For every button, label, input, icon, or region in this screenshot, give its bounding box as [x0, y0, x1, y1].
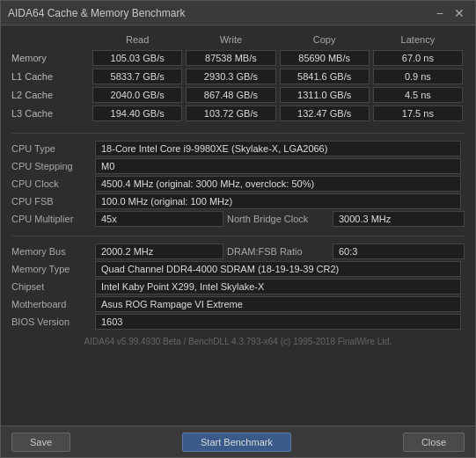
l3-write: 103.72 GB/s [186, 105, 275, 121]
save-button[interactable]: Save [11, 433, 70, 452]
l3-latency: 17.5 ns [373, 105, 463, 121]
l1-copy: 5841.6 GB/s [280, 69, 370, 84]
window-controls: − ✕ [433, 7, 468, 19]
info-row-cpu-mult: CPU Multiplier 45x North Bridge Clock 30… [11, 211, 465, 227]
info-section: CPU Type 18-Core Intel Core i9-9980XE (S… [1, 139, 475, 230]
memory-copy: 85690 MB/s [280, 50, 370, 66]
cpu-type-value: 18-Core Intel Core i9-9980XE (Skylake-X,… [95, 141, 461, 156]
close-button[interactable]: ✕ [450, 7, 468, 19]
main-window: AIDA64 Cache & Memory Benchmark − ✕ Read… [0, 0, 476, 458]
motherboard-value: Asus ROG Rampage VI Extreme [95, 296, 461, 312]
row-label-memory: Memory [11, 53, 91, 63]
memory-type-label: Memory Type [11, 264, 95, 274]
content-area: Read Write Copy Latency Memory 105.03 GB… [1, 25, 475, 425]
table-row: L3 Cache 194.40 GB/s 103.72 GB/s 132.47 … [11, 105, 465, 121]
cpu-clock-value: 4500.4 MHz (original: 3000 MHz, overcloc… [95, 176, 461, 192]
chipset-value: Intel Kaby Point X299, Intel Skylake-X [95, 279, 461, 294]
info-row-cpu-stepping: CPU Stepping M0 [11, 158, 465, 174]
bios-value: 1603 [95, 314, 461, 330]
action-bar: Save Start Benchmark Close [1, 425, 475, 457]
header-empty [11, 33, 91, 47]
header-read: Read [91, 33, 184, 47]
info-section-2: Memory Bus 2000.2 MHz DRAM:FSB Ratio 60:… [1, 242, 475, 333]
divider-2 [11, 236, 465, 236]
divider-1 [11, 133, 465, 134]
close-action-button[interactable]: Close [403, 433, 465, 452]
minimize-button[interactable]: − [433, 7, 447, 19]
info-row-bios: BIOS Version 1603 [11, 314, 465, 330]
l2-read: 2040.0 GB/s [92, 87, 182, 103]
dram-fsb-label: DRAM:FSB Ratio [227, 246, 333, 257]
info-row-cpu-type: CPU Type 18-Core Intel Core i9-9980XE (S… [11, 141, 465, 156]
chipset-label: Chipset [11, 281, 95, 292]
cpu-fsb-value: 100.0 MHz (original: 100 MHz) [95, 193, 461, 209]
memory-type-value: Quad Channel DDR4-4000 SDRAM (18-19-19-3… [95, 261, 461, 277]
table-row: L2 Cache 2040.0 GB/s 867.48 GB/s 1311.0 … [11, 87, 465, 103]
window-title: AIDA64 Cache & Memory Benchmark [8, 7, 185, 19]
info-row-memory-type: Memory Type Quad Channel DDR4-4000 SDRAM… [11, 261, 465, 277]
cpu-clock-label: CPU Clock [11, 178, 95, 189]
l3-read: 194.40 GB/s [92, 105, 182, 121]
north-bridge-label: North Bridge Clock [227, 214, 333, 224]
header-write: Write [184, 33, 277, 47]
table-row: L1 Cache 5833.7 GB/s 2930.3 GB/s 5841.6 … [11, 69, 465, 84]
l1-latency: 0.9 ns [373, 69, 463, 84]
row-label-l2: L2 Cache [11, 90, 91, 100]
memory-read: 105.03 GB/s [92, 50, 182, 66]
row-label-l1: L1 Cache [11, 71, 91, 82]
table-row: Memory 105.03 GB/s 87538 MB/s 85690 MB/s… [11, 50, 465, 66]
cpu-multiplier-value: 45x [95, 211, 223, 227]
info-row-cpu-fsb: CPU FSB 100.0 MHz (original: 100 MHz) [11, 193, 465, 209]
info-row-memory-bus: Memory Bus 2000.2 MHz DRAM:FSB Ratio 60:… [11, 244, 465, 259]
dram-fsb-value: 60:3 [333, 244, 465, 259]
info-row-motherboard: Motherboard Asus ROG Rampage VI Extreme [11, 296, 465, 312]
start-benchmark-button[interactable]: Start Benchmark [182, 433, 291, 452]
l1-read: 5833.7 GB/s [92, 69, 182, 84]
cpu-fsb-label: CPU FSB [11, 196, 95, 207]
north-bridge-value: 3000.3 MHz [333, 211, 465, 227]
memory-write: 87538 MB/s [186, 50, 275, 66]
l2-latency: 4.5 ns [373, 87, 463, 103]
table-header: Read Write Copy Latency [11, 33, 465, 47]
header-latency: Latency [371, 33, 465, 47]
cpu-multiplier-label: CPU Multiplier [11, 214, 95, 224]
memory-bus-label: Memory Bus [11, 246, 95, 257]
cpu-type-label: CPU Type [11, 143, 95, 154]
footer-text: AIDA64 v5.99.4930 Beta / BenchDLL 4.3.79… [1, 333, 475, 348]
memory-bus-value: 2000.2 MHz [95, 244, 223, 259]
info-row-chipset: Chipset Intel Kaby Point X299, Intel Sky… [11, 279, 465, 294]
info-row-cpu-clock: CPU Clock 4500.4 MHz (original: 3000 MHz… [11, 176, 465, 192]
l1-write: 2930.3 GB/s [186, 69, 275, 84]
benchmark-table: Read Write Copy Latency Memory 105.03 GB… [1, 25, 475, 127]
memory-latency: 67.0 ns [373, 50, 463, 66]
cpu-stepping-value: M0 [95, 158, 461, 174]
motherboard-label: Motherboard [11, 299, 95, 309]
l2-copy: 1311.0 GB/s [280, 87, 370, 103]
row-label-l3: L3 Cache [11, 108, 91, 119]
titlebar: AIDA64 Cache & Memory Benchmark − ✕ [1, 1, 475, 25]
bios-label: BIOS Version [11, 316, 95, 327]
cpu-stepping-label: CPU Stepping [11, 161, 95, 171]
header-copy: Copy [278, 33, 371, 47]
l3-copy: 132.47 GB/s [280, 105, 370, 121]
l2-write: 867.48 GB/s [186, 87, 275, 103]
